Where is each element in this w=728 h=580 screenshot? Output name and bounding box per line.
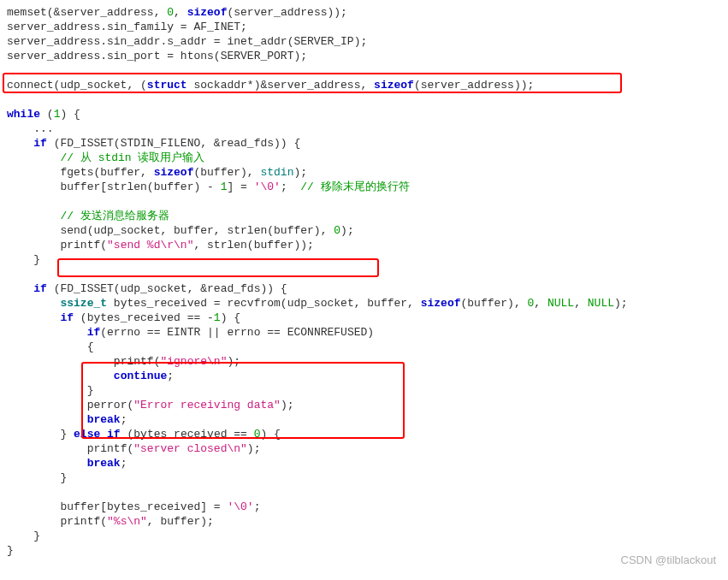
code-line: connect(udp_socket, (struct sockaddr*)&s… <box>7 79 534 92</box>
code-line: send(udp_socket, buffer, strlen(buffer),… <box>7 224 354 237</box>
code-line: // 从 stdin 读取用户输入 <box>7 151 204 164</box>
code-line: if (bytes_received == -1) { <box>7 311 240 324</box>
code-line: break; <box>7 413 127 426</box>
code-line: printf("send %d\r\n", strlen(buffer)); <box>7 239 314 252</box>
code-line: server_address.sin_addr.s_addr = inet_ad… <box>7 35 367 48</box>
code-line: fgets(buffer, sizeof(buffer), stdin); <box>7 166 307 179</box>
code-line: while (1) { <box>7 108 80 121</box>
code-line: printf("ignore\n"); <box>7 355 240 368</box>
code-line: if (FD_ISSET(udp_socket, &read_fds)) { <box>7 282 287 295</box>
code-line: break; <box>7 457 127 470</box>
code-line: continue; <box>7 370 174 382</box>
code-line: } <box>7 253 40 266</box>
code-line: memset(&server_address, 0, sizeof(server… <box>7 6 347 19</box>
code-line: ssize_t bytes_received = recvfrom(udp_so… <box>7 297 628 310</box>
code-line: } <box>7 471 67 484</box>
code-line: } <box>7 384 93 397</box>
code-line: { <box>7 340 93 353</box>
code-line: // 发送消息给服务器 <box>7 210 169 222</box>
code-block: memset(&server_address, 0, sizeof(server… <box>0 0 728 565</box>
code-line: if(errno == EINTR || errno == ECONNREFUS… <box>7 326 374 339</box>
code-line: } <box>7 544 14 557</box>
code-line: printf("server closed\n"); <box>7 442 260 455</box>
code-line: buffer[bytes_received] = '\0'; <box>7 500 261 513</box>
code-line: if (FD_ISSET(STDIN_FILENO, &read_fds)) { <box>7 137 300 150</box>
code-line: server_address.sin_family = AF_INET; <box>7 21 247 33</box>
code-line: server_address.sin_port = htons(SERVER_P… <box>7 50 307 62</box>
code-line: ... <box>7 122 54 135</box>
code-line: printf("%s\n", buffer); <box>7 515 214 528</box>
code-line: } else if (bytes_received == 0) { <box>7 428 281 441</box>
code-line: perror("Error receiving data"); <box>7 399 293 411</box>
code-line: buffer[strlen(buffer) - 1] = '\0'; // 移除… <box>7 181 410 193</box>
code-line: } <box>7 530 40 542</box>
